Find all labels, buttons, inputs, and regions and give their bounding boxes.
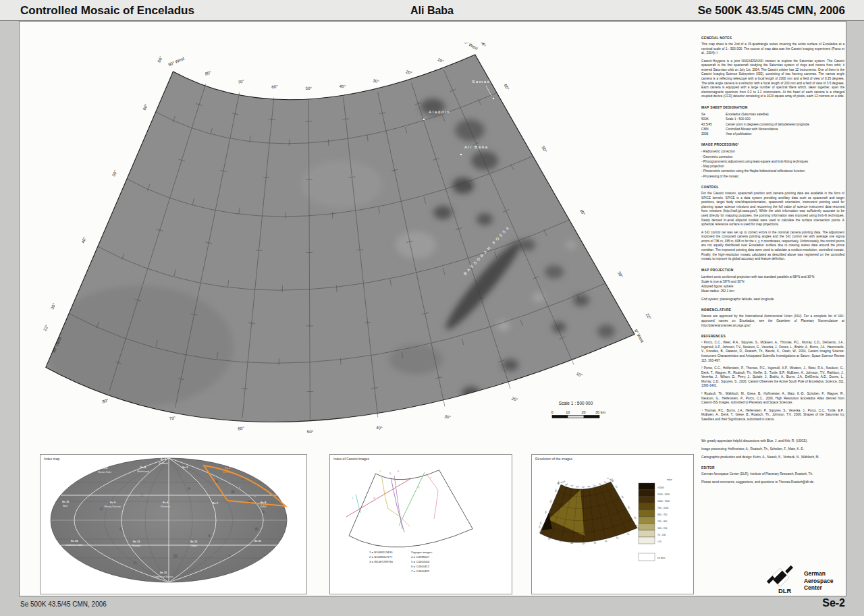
note-bullet: - Processing of the mosaic [701,174,844,179]
quad-name: Zufar [261,505,267,508]
note-paragraph: A 3-D control net was set up to correct … [701,231,844,262]
quad-id: Se-10 [62,500,70,503]
note-paragraph: For the Cassini mission, spacecraft posi… [701,192,844,227]
scale-tick-30: 30 km [595,410,605,414]
sheet-name: Ali Baba [410,5,454,17]
legend-no-data-swatch [639,553,655,561]
acknowledgment-line: We greatly appreciate helpful discussion… [701,439,844,444]
cassini-image-id: 1 = N1484513430 [369,551,393,554]
lon-label: 50° [307,429,314,434]
corner-label: 66° [480,43,487,48]
corner-label: 22° [43,324,50,332]
lon-label: 20° [511,395,519,402]
legend-swatch [639,510,655,517]
quad-name: Ali Baba [223,471,232,474]
lat-label: 50° [621,495,625,500]
cassini-image-id: 3 = W1487299765 [369,560,394,563]
image-id-list: 1 = N14845134302 = N14890671773 = W14872… [369,551,433,573]
quad-name: Ebony Dorsum [105,505,121,508]
designation-definition: Scale 1 : 500 000 [726,117,751,121]
lat-label: 50° [549,499,554,503]
image-footprint [346,478,411,517]
note-paragraph: Names are approved by the International … [701,314,844,328]
quad-id: Se-2 [225,466,231,470]
lon-label: 80° [101,397,109,404]
quad-id: Se-4 [140,466,146,469]
main-map: 90° West80°70°60°50°40°30°20°10°0° West8… [38,43,679,445]
crater-marker-ali-baba [460,154,462,155]
editor-heading: EDITOR [701,466,844,470]
note-paragraph: This map sheet is the 2nd of a 15-quadra… [701,43,844,56]
quad-name: Hassan [132,544,140,547]
lat-label: 40° [579,208,587,217]
corner-label: 0° West [634,329,645,343]
lat-label: 60° [142,103,149,111]
legend-swatch [639,517,655,524]
quad-id: Se-13 [133,540,140,543]
legend-swatch [639,497,655,503]
lon-label: 60° [271,84,279,89]
scale-bar-segment [584,416,599,418]
editor-line: Please send comments, suggestions, and q… [701,480,844,485]
legend-class-label: 1000 - 1500 [657,500,670,503]
lat-label: 40° [80,235,88,244]
quad-id: Se-11 [254,539,262,542]
designation-definition: Controlled Mosaic with Nomenclature [726,127,778,132]
legend-class-label: 150 - 400 [657,520,667,523]
designation-row: CMNControlled Mosaic with Nomenclature [701,127,844,132]
lon-label: 10° [437,57,445,63]
note-paragraph: Cassini-Huygens is a joint NASA/ESA/ASI … [701,59,844,99]
note-section-heading: MAP PROJECTION [701,269,844,272]
lon-label: 20° [405,69,413,76]
quad-id: Se-15 [160,571,167,574]
index-map-panel: Index map [40,454,307,594]
lon-label: 90° West [167,56,185,67]
designation-row: 2006Year of publication [701,132,844,136]
dlr-logo-icon: DLR [762,565,798,596]
quad-name: Shahrazad [137,470,148,473]
note-section-heading: REFERENCES [701,335,844,338]
corner-label: 66° [157,55,164,63]
legend-swatch [639,503,655,510]
quad-id: Se-8 [261,501,267,504]
legend-no-data-label: no data [657,557,665,559]
scale-label: Scale 1 : 500 000 [559,401,593,405]
note-line: Lambert conic conformal projection with … [701,275,844,279]
legend-unit-label: m/px [667,478,672,481]
lon-label: 50° [306,86,313,90]
quad-id: Se-1 [161,457,167,461]
note-bullet: - Photometric correction using the Hapke… [701,169,844,173]
crater-label-samad: Samad [472,79,491,84]
index-map: Se-1SindbadSe-2Ali BabaSe-3Se-4Shahrazad… [40,455,305,592]
acknowledgments: We greatly appreciate helpful discussion… [701,439,844,459]
lon-label: 40° [593,542,597,545]
footprint-number: 2 [373,497,375,500]
legend-swatch [639,524,655,530]
scale-bar-segment [552,416,568,418]
corner-label: 22° [645,312,653,320]
note-line: Adopted figure: sphere [701,284,844,289]
voyager-image-id: 7 = C4400432 [411,569,430,573]
quad-id: Se-7 [213,501,219,505]
crater-marker-aladdin [423,119,425,120]
resolution-panel: Resolution of the images 90° West80°70°6… [531,454,694,594]
designation-term: 43.5/45 [701,122,726,127]
footprint-number: 6 [398,470,400,473]
quad-name: Otbah [190,544,197,547]
designation-term: CMN [701,127,726,132]
quad-id: Se-6 [163,501,169,504]
image-footprint [426,474,438,519]
quad-id: Se-5 [102,466,108,470]
quad-name: Cashmere Sulci [65,544,83,547]
map-series-title: Controlled Mosaic of Enceladus [20,4,194,18]
cassini-image-id: 2 = N1489067177 [369,555,393,559]
quad-name: Damascus Sulcus [154,576,173,578]
image-footprint [399,472,425,526]
lat-label: 50° [541,145,548,153]
publisher-name-line1: German [804,570,846,578]
scale-tick-0: 0 [551,410,553,414]
acknowledgment-line: Cartographic production and design: Kuhn… [701,455,844,460]
designation-definition: Year of publication [726,132,751,136]
lon-label: 10° [626,532,630,536]
note-bullet: - Radiometric correction [701,149,844,154]
